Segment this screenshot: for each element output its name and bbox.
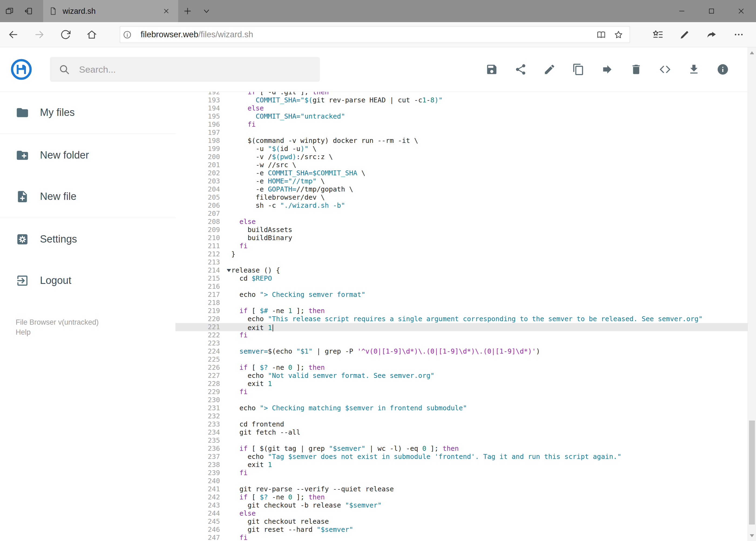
code-line[interactable]: 217 echo "> Checking semver format" [175,290,748,299]
hub-button[interactable] [644,22,671,47]
refresh-button[interactable] [52,22,79,47]
share-file-button[interactable] [514,63,527,76]
sidebar-item-new-file[interactable]: New file [0,176,175,217]
code-line[interactable]: 200 -v /$(pwd):/src:z \ [175,153,748,161]
code-line[interactable]: 220 echo "This release script requires a… [175,315,748,323]
code-line[interactable]: 192 if [ -d .git ]; then [175,92,748,96]
filebrowser-logo-icon[interactable] [10,58,32,81]
code-line[interactable]: 205 filebrowser/dev \ [175,194,748,202]
code-view-button[interactable] [659,63,671,76]
code-line[interactable]: 246 git reset --hard "$semver" [175,526,748,534]
fold-marker-icon[interactable] [227,269,231,272]
code-line[interactable]: 212} [175,250,748,258]
code-line[interactable]: 222 fi [175,331,748,339]
code-line[interactable]: 210 buildBinary [175,234,748,242]
site-info-icon[interactable] [123,30,139,39]
page-scrollbar[interactable] [748,47,756,541]
sidebar-item-my-files[interactable]: My files [0,92,175,133]
code-line[interactable]: 243 git checkout -b release "$semver" [175,501,748,509]
code-line[interactable]: 204 -e GOPATH=//tmp/gopath \ [175,185,748,194]
tab-list-button[interactable] [197,0,216,22]
scrollbar-thumb[interactable] [749,420,755,525]
code-line[interactable]: 207 [175,210,748,218]
address-bar[interactable]: filebrowser.web/files/wizard.sh [120,26,630,43]
code-line[interactable]: 241 git rev-parse --verify --quiet relea… [175,485,748,493]
code-line[interactable]: 198 $(command -v winpty) docker run --rm… [175,137,748,145]
save-button[interactable] [486,63,498,76]
search-box[interactable] [50,57,320,82]
set-tabs-aside-button[interactable] [19,0,38,22]
code-line[interactable]: 211 fi [175,242,748,250]
browser-tab[interactable]: wizard.sh [43,0,178,22]
code-line[interactable]: 236 if [ $(git tag | grep "$semver" | wc… [175,445,748,453]
info-button[interactable] [717,63,729,76]
more-options-button[interactable] [725,22,752,47]
scroll-up-button[interactable] [748,47,756,58]
favorite-star-button[interactable] [610,26,627,43]
code-line[interactable]: 228 exit 1 [175,380,748,388]
code-line[interactable]: 199 -u "$(id -u)" \ [175,145,748,153]
close-window-button[interactable] [726,0,756,22]
code-line[interactable]: 242 if [ $? -ne 0 ]; then [175,493,748,501]
download-button[interactable] [688,63,700,76]
code-line[interactable]: 237 echo "Tag $semver does not exist in … [175,453,748,461]
code-line[interactable]: 219 if [ $# -ne 1 ]; then [175,307,748,315]
code-line[interactable]: 202 -e COMMIT_SHA=$COMMIT_SHA \ [175,169,748,177]
code-line[interactable]: 225 [175,355,748,363]
code-line[interactable]: 209 buildAssets [175,226,748,234]
sidebar-item-settings[interactable]: Settings [0,219,175,260]
web-note-button[interactable] [671,22,698,47]
help-link[interactable]: Help [16,327,99,337]
code-line[interactable]: 214release () { [175,266,748,274]
share-button[interactable] [698,22,725,47]
code-line[interactable]: 195 COMMIT_SHA="untracked" [175,112,748,121]
code-line[interactable]: 206 sh -c "./wizard.sh -b" [175,202,748,210]
code-line[interactable]: 239 fi [175,469,748,477]
code-line[interactable]: 244 else [175,509,748,517]
code-line[interactable]: 216 [175,282,748,290]
minimize-button[interactable] [667,0,697,22]
forward-button[interactable] [26,22,52,47]
code-line[interactable]: 218 [175,299,748,307]
code-line[interactable]: 233 cd frontend [175,420,748,428]
code-line[interactable]: 235 [175,436,748,445]
code-line[interactable]: 193 COMMIT_SHA="$(git rev-parse HEAD | c… [175,96,748,104]
delete-button[interactable] [630,63,642,76]
code-line[interactable]: 238 exit 1 [175,461,748,469]
code-line[interactable]: 196 fi [175,121,748,129]
code-line[interactable]: 224 semver=$(echo "$1" | grep -P '^v(0|[… [175,347,748,355]
reading-view-button[interactable] [593,26,610,43]
back-button[interactable] [0,22,26,47]
code-line[interactable]: 213 [175,258,748,266]
code-editor[interactable]: 192 if [ -d .git ]; then193 COMMIT_SHA="… [175,92,748,541]
code-line[interactable]: 245 git checkout release [175,517,748,526]
code-line[interactable]: 231 echo "> Checking matching $semver in… [175,404,748,412]
code-line[interactable]: 215 cd $REPO [175,274,748,282]
scroll-down-button[interactable] [748,530,756,541]
code-line[interactable]: 229 fi [175,388,748,396]
tab-close-button[interactable] [160,5,172,17]
code-line[interactable]: 226 if [ $? -ne 0 ]; then [175,363,748,372]
copy-button[interactable] [572,63,585,76]
code-line[interactable]: 208 else [175,218,748,226]
move-button[interactable] [601,63,614,76]
rename-button[interactable] [543,63,556,76]
code-line[interactable]: 194 else [175,104,748,112]
home-button[interactable] [79,22,105,47]
maximize-button[interactable] [697,0,726,22]
code-line[interactable]: 201 -w //src \ [175,161,748,169]
tab-preview-button[interactable] [0,0,19,22]
code-line[interactable]: 221 exit 1 [175,323,748,331]
code-line[interactable]: 223 [175,339,748,347]
code-line[interactable]: 234 git fetch --all [175,428,748,436]
search-input[interactable] [79,64,300,75]
code-line[interactable]: 227 echo "Not valid semver format. See s… [175,372,748,380]
sidebar-item-new-folder[interactable]: New folder [0,135,175,176]
sidebar-item-logout[interactable]: Logout [0,260,175,301]
new-tab-button[interactable] [178,0,197,22]
code-line[interactable]: 247 fi [175,534,748,541]
code-line[interactable]: 232 [175,412,748,420]
code-line[interactable]: 240 [175,477,748,485]
code-line[interactable]: 203 -e HOME="//tmp" \ [175,177,748,185]
code-line[interactable]: 197 [175,129,748,137]
